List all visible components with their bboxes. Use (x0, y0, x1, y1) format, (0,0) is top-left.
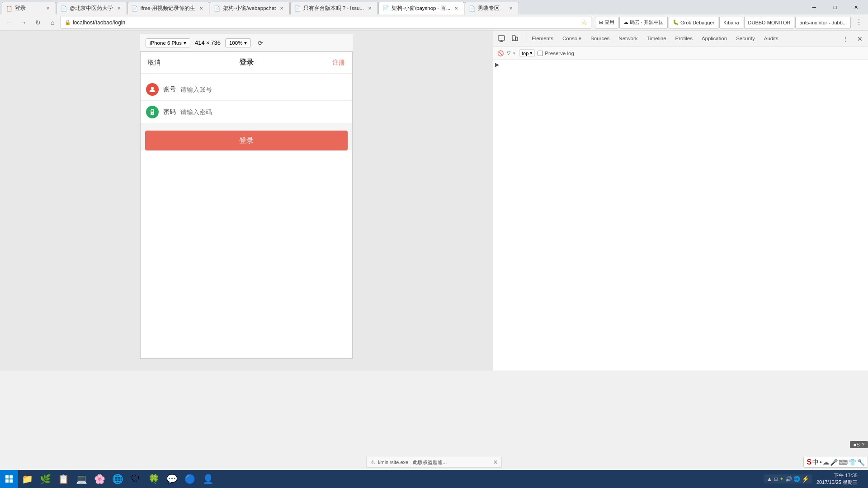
login-form: 账号 密码 (141, 78, 352, 123)
tab-3-title: ifme-用视频记录你的生 (141, 5, 196, 12)
register-link[interactable]: 注册 (332, 59, 345, 67)
extension-dubbo[interactable]: DUBBO MONITOR (744, 17, 795, 28)
taskbar-icon-7[interactable]: 🛡 (127, 470, 145, 488)
extension-ants[interactable]: ants-monitor - dubb... (795, 17, 851, 28)
inspect-element-button[interactable] (495, 33, 508, 45)
tab-elements[interactable]: Elements (527, 31, 558, 47)
maximize-button[interactable]: □ (825, 0, 845, 14)
tab-5-close[interactable]: ✕ (367, 5, 373, 12)
tab-6-title: 架构-小窗/payshop - 百... (392, 5, 450, 12)
taskbar-icon-3[interactable]: 📋 (54, 470, 72, 488)
tab-6[interactable]: 📄 架构-小窗/payshop - 百... ✕ (378, 2, 464, 14)
tab-3[interactable]: 📄 ifme-用视频记录你的生 ✕ (127, 2, 210, 14)
extension-grok[interactable]: 🐛 Grok Debugger (669, 17, 718, 28)
devtools-tabs: Elements Console Sources Network Timelin… (525, 31, 839, 47)
taskbar-icon-9[interactable]: 💬 (163, 470, 181, 488)
back-button[interactable]: ← (3, 16, 15, 29)
taskbar-icon-4[interactable]: 💻 (72, 470, 90, 488)
zoom-selector[interactable]: 100% ▾ (225, 38, 251, 47)
devtools-close-button[interactable]: ✕ (854, 33, 866, 45)
tab-sources[interactable]: Sources (586, 31, 614, 47)
tray-icon-5: 🌐 (793, 476, 800, 482)
svg-rect-7 (5, 475, 9, 479)
login-button[interactable]: 登录 (145, 131, 348, 150)
user-icon (146, 83, 159, 96)
frame-selector[interactable]: top ▾ (519, 49, 535, 57)
minimize-button[interactable]: ─ (804, 0, 825, 14)
tray-icon-2: ⊞ (774, 476, 778, 482)
svg-rect-9 (5, 479, 9, 483)
bookmark-star-icon[interactable]: ☆ (581, 19, 587, 26)
tab-2-close[interactable]: ✕ (116, 5, 122, 12)
device-mode-button[interactable] (509, 33, 521, 45)
show-desktop-button[interactable] (862, 470, 866, 488)
tab-network[interactable]: Network (614, 31, 642, 47)
tab-6-close[interactable]: ✕ (453, 5, 459, 11)
expand-arrow-icon[interactable]: ▶ (495, 61, 499, 68)
refresh-button[interactable]: ↻ (32, 16, 44, 29)
console-clear-button[interactable]: 🚫 (497, 50, 504, 57)
tab-console[interactable]: Console (558, 31, 586, 47)
extensions-area: ⊞ 应用 ☁ 码云 · 开源中国 🐛 Grok Debugger Kibana … (595, 17, 851, 28)
filter-dropdown-icon: ▾ (511, 51, 517, 56)
taskbar-icon-10[interactable]: 🔵 (181, 470, 199, 488)
preserve-log-label[interactable]: Preserve log (538, 51, 574, 56)
extension-apps[interactable]: ⊞ 应用 (595, 17, 618, 28)
forward-button[interactable]: → (17, 16, 30, 29)
username-input[interactable] (180, 86, 347, 93)
browser-window: 📋 登录 ✕ 📄 @北京中医药大学 ✕ 📄 ifme-用视频记录你的生 ✕ 📄 … (0, 0, 868, 371)
tab-7-favicon: 📄 (469, 5, 475, 12)
tab-1[interactable]: 📋 登录 ✕ (2, 2, 56, 14)
browser-menu-button[interactable]: ⋮ (853, 16, 865, 29)
login-btn-wrap: 登录 (141, 123, 352, 150)
extension-muyun[interactable]: ☁ 码云 · 开源中国 (619, 17, 668, 28)
tray-icon-1: ▲ (766, 475, 773, 483)
taskbar-icon-5[interactable]: 🌸 (90, 470, 108, 488)
tab-7-close[interactable]: ✕ (508, 5, 514, 12)
sogou-tool-icon: 🔧 (857, 459, 865, 466)
tab-5[interactable]: 📄 只有客台版本吗？- Issu... ✕ (290, 2, 378, 14)
tab-4[interactable]: 📄 架构-小窗/webappchat ✕ (210, 2, 290, 14)
taskbar-chrome[interactable]: 🌐 (108, 470, 127, 488)
navigation-bar: ← → ↻ ⌂ 🔒 localhost/taobao/login ☆ ⊞ 应用 … (0, 14, 868, 31)
sogou-ime-bar[interactable]: S 中 • ☁ 🎤 ⌨ 👕 🔧 (803, 457, 868, 468)
taskbar-icons: 📁 🌿 📋 💻 🌸 🌐 🛡 🍀 💬 🔵 👤 (18, 470, 217, 488)
taskbar-icon-8[interactable]: 🍀 (145, 470, 163, 488)
taskbar-icon-11[interactable]: 👤 (199, 470, 217, 488)
console-filter-button[interactable]: ▽ ▾ (507, 50, 517, 56)
password-input[interactable] (180, 108, 347, 116)
svg-point-6 (514, 40, 514, 40)
address-bar[interactable]: 🔒 localhost/taobao/login ☆ (61, 17, 591, 28)
tab-2[interactable]: 📄 @北京中医药大学 ✕ (57, 2, 127, 14)
devtools-more-button[interactable]: ⋮ (839, 33, 852, 45)
notification-icon: ⚠ (370, 459, 375, 465)
start-button[interactable] (0, 470, 18, 488)
username-label: 账号 (163, 85, 176, 94)
rotate-button[interactable]: ⟳ (255, 38, 265, 48)
tab-profiles[interactable]: Profiles (671, 31, 697, 47)
notification-close[interactable]: ✕ (493, 459, 498, 465)
tab-4-close[interactable]: ✕ (278, 5, 285, 12)
tab-security[interactable]: Security (731, 31, 760, 47)
tab-7[interactable]: 📄 男装专区 ✕ (465, 2, 519, 14)
tab-2-favicon: 📄 (61, 5, 67, 12)
home-button[interactable]: ⌂ (46, 16, 59, 29)
cancel-button[interactable]: 取消 (148, 59, 160, 67)
devtools-panel: Elements Console Sources Network Timelin… (493, 31, 868, 371)
tab-6-favicon: 📄 (382, 5, 389, 11)
device-dropdown-icon: ▾ (184, 40, 186, 46)
tab-1-close[interactable]: ✕ (45, 5, 51, 12)
taskbar-explorer[interactable]: 📁 (18, 470, 36, 488)
sogou-chinese-icon: 中 (812, 458, 819, 466)
tab-audits[interactable]: Audits (760, 31, 783, 47)
close-button[interactable]: ✕ (845, 0, 866, 14)
taskbar-icon-2[interactable]: 🌿 (36, 470, 54, 488)
tab-3-close[interactable]: ✕ (198, 5, 204, 12)
tab-3-favicon: 📄 (132, 5, 138, 12)
extension-kibana[interactable]: Kibana (719, 17, 743, 28)
tab-timeline[interactable]: Timeline (642, 31, 671, 47)
device-selector[interactable]: iPhone 6 Plus ▾ (146, 38, 190, 47)
preserve-log-checkbox[interactable] (538, 51, 543, 56)
tab-application[interactable]: Application (697, 31, 731, 47)
taskbar-date: 2017/10/25 星期三 (816, 479, 858, 486)
